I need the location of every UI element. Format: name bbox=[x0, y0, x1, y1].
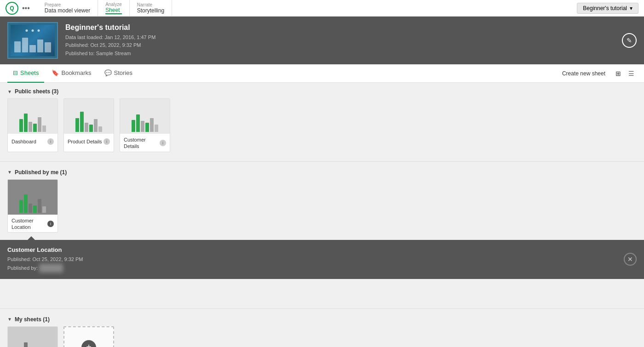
sheet-name-customer-location: Customer Location bbox=[12, 217, 47, 231]
sheet-card-customer-details[interactable]: Customer Details i bbox=[120, 98, 170, 152]
sheet-name-product-details: Product Details bbox=[68, 138, 102, 145]
app-header: Beginner's tutorial Data last loaded: Ja… bbox=[0, 17, 644, 64]
public-sheets-title: Public sheets (3) bbox=[15, 88, 58, 95]
list-view-button[interactable]: ☰ bbox=[626, 68, 637, 79]
my-sheets-grid: Private sheet – sample i + Create new sh… bbox=[0, 326, 644, 347]
info-icon-customer-location[interactable]: i bbox=[47, 221, 54, 227]
qlik-logo: Q bbox=[6, 2, 18, 15]
tooltip-popup: Customer Location Published: Oct 25, 202… bbox=[0, 240, 644, 279]
sheet-thumb-customer-details bbox=[120, 99, 170, 134]
tab-bookmarks[interactable]: 🔖 Bookmarks bbox=[46, 64, 97, 83]
info-icon-dashboard[interactable]: i bbox=[47, 138, 54, 145]
public-sheets-arrow[interactable]: ▼ bbox=[7, 89, 12, 94]
my-sheets-header: ▼ My sheets (1) bbox=[0, 311, 644, 326]
tab-sheets-label: Sheets bbox=[20, 69, 39, 76]
edit-icon: ✎ bbox=[627, 37, 632, 44]
sheet-thumb-dashboard bbox=[8, 99, 58, 134]
sheet-name-customer-details: Customer Details bbox=[124, 137, 160, 150]
tab-sheets[interactable]: ⊟ Sheets bbox=[7, 64, 44, 83]
close-icon: ✕ bbox=[627, 256, 633, 263]
my-sheets-arrow[interactable]: ▼ bbox=[7, 317, 12, 322]
nav-narrate[interactable]: Narrate Storytelling bbox=[130, 0, 172, 17]
chevron-down-icon: ▾ bbox=[630, 5, 632, 11]
sheets-icon: ⊟ bbox=[13, 69, 18, 76]
main-content: ▼ Public sheets (3) Dashboard i bbox=[0, 83, 644, 347]
my-sheets-title: My sheets (1) bbox=[15, 316, 50, 323]
app-published-to: Published to: Sample Stream bbox=[65, 50, 155, 58]
info-icon-product-details[interactable]: i bbox=[104, 138, 110, 145]
nav-analyze-sub: Sheet bbox=[105, 7, 122, 14]
nav-prepare[interactable]: Prepare Data model viewer bbox=[37, 0, 98, 17]
published-by-me-arrow[interactable]: ▼ bbox=[7, 170, 12, 175]
app-title: Beginner's tutorial bbox=[65, 23, 155, 32]
public-sheets-header: ▼ Public sheets (3) bbox=[0, 83, 644, 98]
bookmarks-icon: 🔖 bbox=[52, 69, 59, 76]
tooltip-published-by: Published by: bbox=[7, 264, 637, 273]
sheet-label-customer-details: Customer Details i bbox=[120, 134, 170, 152]
tutorial-label: Beginner's tutorial bbox=[583, 5, 627, 11]
edit-button[interactable]: ✎ bbox=[622, 33, 637, 48]
sheet-thumb-private-sample bbox=[8, 327, 58, 347]
nav-prepare-label: Prepare bbox=[45, 2, 90, 7]
tooltip-arrow bbox=[28, 236, 35, 240]
create-new-icon: + bbox=[81, 340, 96, 347]
sheet-card-private-sample[interactable]: Private sheet – sample i bbox=[7, 326, 58, 347]
sheet-card-product-details[interactable]: Product Details i bbox=[63, 98, 114, 152]
sheet-thumb-customer-location bbox=[8, 180, 58, 215]
tab-stories-label: Stories bbox=[114, 69, 132, 76]
sheet-name-dashboard: Dashboard bbox=[12, 138, 36, 145]
sheet-card-dashboard[interactable]: Dashboard i bbox=[7, 98, 58, 152]
qlik-logo-circle: Q bbox=[6, 2, 18, 15]
tooltip-published: Published: Oct 25, 2022, 9:32 PM bbox=[7, 255, 637, 264]
app-info: Beginner's tutorial Data last loaded: Ja… bbox=[65, 23, 155, 58]
nav-analyze[interactable]: Analyze Sheet bbox=[98, 0, 130, 17]
tooltip-close-button[interactable]: ✕ bbox=[624, 253, 637, 266]
app-published: Published: Oct 25, 2022, 9:32 PM bbox=[65, 41, 155, 50]
sheet-label-dashboard: Dashboard i bbox=[8, 134, 58, 148]
nav-prepare-sub: Data model viewer bbox=[45, 7, 90, 14]
app-last-loaded: Data last loaded: Jan 12, 2016, 1:47 PM bbox=[65, 34, 155, 42]
published-by-me-header: ▼ Published by me (1) bbox=[0, 164, 644, 179]
tutorial-button[interactable]: Beginner's tutorial ▾ bbox=[577, 3, 638, 14]
stories-icon: 💬 bbox=[104, 69, 112, 76]
published-by-me-title: Published by me (1) bbox=[15, 169, 67, 176]
tab-bookmarks-label: Bookmarks bbox=[61, 69, 91, 76]
sheet-card-customer-location[interactable]: Customer Location i bbox=[7, 179, 58, 233]
tooltip-publisher-name bbox=[39, 264, 63, 273]
nav-narrate-label: Narrate bbox=[137, 2, 164, 7]
top-nav: Q ••• Prepare Data model viewer Analyze … bbox=[0, 0, 644, 17]
public-sheets-grid: Dashboard i Product Details i bbox=[0, 98, 644, 159]
grid-view-button[interactable]: ⊞ bbox=[613, 68, 624, 79]
sheet-thumb-product-details bbox=[64, 99, 114, 134]
tabs-bar: ⊟ Sheets 🔖 Bookmarks 💬 Stories Create ne… bbox=[0, 64, 644, 83]
nav-analyze-label: Analyze bbox=[105, 2, 122, 7]
nav-narrate-sub: Storytelling bbox=[137, 7, 164, 14]
tooltip-title: Customer Location bbox=[7, 246, 637, 253]
sheet-label-product-details: Product Details i bbox=[64, 134, 114, 148]
info-icon-customer-details[interactable]: i bbox=[160, 140, 166, 146]
app-thumbnail bbox=[7, 22, 58, 59]
grid-icon: ⊞ bbox=[615, 70, 621, 77]
sheet-label-customer-location: Customer Location i bbox=[8, 215, 58, 233]
create-sheet-button[interactable]: Create new sheet bbox=[558, 68, 609, 79]
tab-stories[interactable]: 💬 Stories bbox=[99, 64, 138, 83]
published-by-me-grid: Customer Location i bbox=[0, 179, 644, 240]
sheet-card-create-new[interactable]: + Create new sheet bbox=[63, 326, 114, 347]
list-icon: ☰ bbox=[628, 70, 634, 77]
more-options-icon[interactable]: ••• bbox=[22, 4, 30, 12]
